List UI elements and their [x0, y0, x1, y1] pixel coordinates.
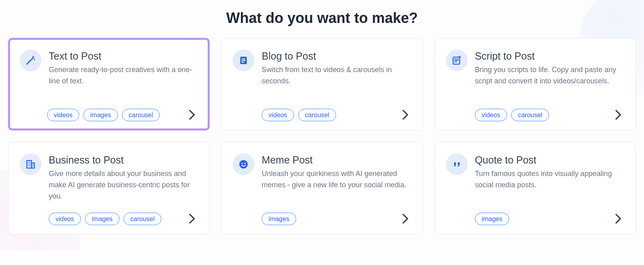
card-header: Blog to Post Switch from text to videos … — [233, 50, 411, 101]
tag: carousel — [122, 109, 160, 121]
tag: videos — [262, 109, 294, 121]
tag-list: videos images carousel — [49, 213, 161, 225]
tag: videos — [475, 109, 507, 121]
svg-rect-11 — [28, 165, 29, 166]
card-footer: videos images carousel — [20, 109, 198, 121]
svg-point-17 — [244, 163, 246, 164]
document-icon — [233, 50, 254, 71]
card-title: Script to Post — [475, 50, 624, 62]
svg-rect-14 — [33, 166, 33, 167]
svg-rect-8 — [29, 162, 30, 163]
tag: images — [83, 109, 118, 121]
card-text-to-post[interactable]: Text to Post Generate ready-to-post crea… — [8, 38, 210, 130]
svg-point-16 — [242, 163, 243, 164]
magic-wand-icon — [20, 50, 41, 71]
card-meme-post[interactable]: Meme Post Unleash your quirkiness with A… — [221, 142, 423, 234]
card-header: Script to Post Bring you scripts to life… — [446, 50, 624, 101]
card-text: Text to Post Generate ready-to-post crea… — [49, 50, 198, 87]
card-blog-to-post[interactable]: Blog to Post Switch from text to videos … — [221, 38, 423, 130]
card-header: Text to Post Generate ready-to-post crea… — [20, 50, 198, 101]
card-header: Business to Post Give more details about… — [20, 153, 198, 205]
svg-rect-3 — [242, 62, 244, 63]
tag-list: images — [262, 213, 296, 225]
card-text: Quote to Post Turn famous quotes into vi… — [475, 153, 624, 191]
card-title: Meme Post — [262, 154, 411, 166]
script-icon — [446, 50, 468, 71]
tag: carousel — [298, 109, 336, 121]
svg-rect-9 — [28, 164, 29, 164]
card-desc: Turn famous quotes into visually appeali… — [475, 168, 624, 191]
card-header: Quote to Post Turn famous quotes into vi… — [446, 153, 624, 205]
chevron-right-icon[interactable] — [612, 213, 624, 225]
card-footer: videos images carousel — [20, 213, 198, 225]
tag: videos — [47, 109, 79, 121]
card-script-to-post[interactable]: Script to Post Bring you scripts to life… — [434, 38, 636, 130]
chevron-right-icon[interactable] — [186, 213, 198, 225]
card-text: Meme Post Unleash your quirkiness with A… — [262, 153, 411, 191]
card-text: Blog to Post Switch from text to videos … — [262, 50, 411, 87]
svg-point-15 — [239, 160, 248, 169]
smile-icon — [233, 153, 254, 175]
card-footer: images — [233, 213, 411, 225]
card-title: Quote to Post — [475, 154, 624, 166]
card-quote-to-post[interactable]: Quote to Post Turn famous quotes into vi… — [434, 142, 636, 234]
svg-rect-10 — [29, 164, 30, 164]
chevron-right-icon[interactable] — [399, 213, 411, 225]
card-text: Script to Post Bring you scripts to life… — [475, 50, 624, 87]
quote-icon — [446, 153, 468, 175]
card-grid: Text to Post Generate ready-to-post crea… — [8, 38, 636, 234]
page-title: What do you want to make? — [8, 10, 636, 27]
card-desc: Switch from text to videos & carousels i… — [262, 64, 411, 87]
card-title: Text to Post — [49, 50, 198, 62]
tag: videos — [49, 213, 81, 225]
svg-rect-1 — [242, 58, 246, 59]
card-desc: Unleash your quirkiness with AI generate… — [262, 168, 411, 191]
card-desc: Bring you scripts to life. Copy and past… — [475, 64, 624, 87]
card-business-to-post[interactable]: Business to Post Give more details about… — [8, 142, 210, 234]
tag-list: videos images carousel — [47, 109, 160, 121]
svg-rect-7 — [28, 162, 29, 163]
svg-rect-5 — [27, 161, 32, 168]
chevron-right-icon[interactable] — [399, 109, 411, 121]
card-text: Business to Post Give more details about… — [49, 153, 198, 202]
card-title: Business to Post — [49, 154, 198, 166]
svg-rect-12 — [29, 165, 30, 166]
tag-list: videos carousel — [262, 109, 336, 121]
card-footer: videos carousel — [233, 109, 411, 121]
chevron-right-icon[interactable] — [186, 109, 198, 121]
tag: images — [262, 213, 296, 225]
svg-rect-13 — [33, 164, 33, 165]
tag: images — [85, 213, 120, 225]
svg-rect-2 — [242, 60, 246, 61]
tag-list: images — [475, 213, 510, 225]
chevron-right-icon[interactable] — [612, 109, 624, 121]
tag: carousel — [124, 213, 161, 225]
svg-rect-6 — [31, 163, 34, 168]
tag-list: videos carousel — [475, 109, 549, 121]
card-desc: Generate ready-to-post creatives with a … — [49, 64, 198, 87]
tag: carousel — [511, 109, 549, 121]
building-icon — [20, 153, 41, 175]
card-title: Blog to Post — [262, 50, 411, 62]
card-footer: images — [446, 213, 624, 225]
card-desc: Give more details about your business an… — [49, 168, 198, 202]
card-footer: videos carousel — [446, 109, 624, 121]
tag: images — [475, 213, 510, 225]
card-header: Meme Post Unleash your quirkiness with A… — [233, 153, 411, 205]
